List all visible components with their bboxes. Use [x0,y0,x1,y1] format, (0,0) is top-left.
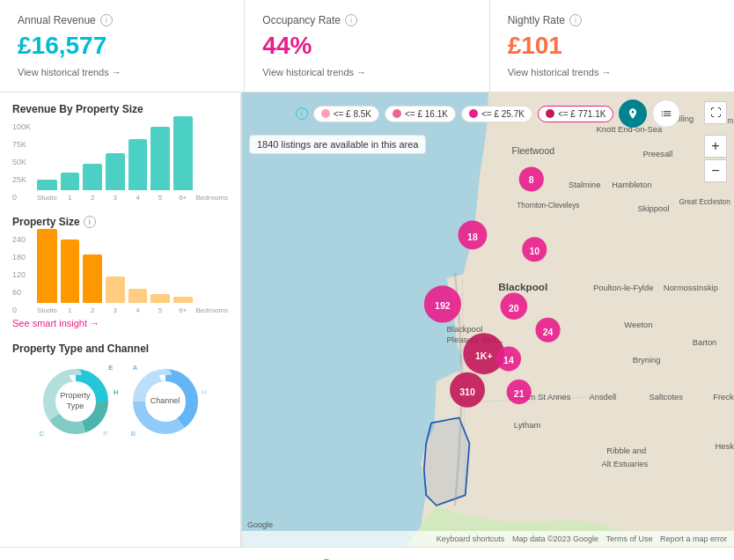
app-container: Annual Revenue i £16,577 View historical… [0,0,734,560]
svg-text:Ansdell: Ansdell [589,393,616,402]
svg-text:Poulton-le-Fylde: Poulton-le-Fylde [593,284,653,292]
see-insight-link[interactable]: See smart insight → [12,318,228,328]
zoom-out-button[interactable]: − [704,159,727,182]
bar-group-1: 1 [61,173,80,202]
svg-text:Hesketh Bank: Hesketh Bank [716,442,735,451]
keyboard-shortcuts[interactable]: Keyboard shortcuts [437,534,505,543]
download-button[interactable]: ⬇ DOWNLOAD [319,556,415,560]
svg-text:Barton: Barton [693,338,717,347]
bar-group-5: 5 [150,127,170,202]
bar-3 [106,153,125,190]
svg-text:Saltcotes: Saltcotes [649,393,683,402]
svg-text:Thornton-Cleveleys: Thornton-Cleveleys [517,202,579,210]
nightly-rate-card: Nightly Rate i £101 View historical tren… [490,0,734,92]
svg-text:21: 21 [514,388,525,399]
occupancy-rate-card: Occupancy Rate i 44% View historical tre… [245,0,489,92]
bar-group-3: 3 [106,153,125,202]
svg-text:Blackpool: Blackpool [498,281,547,292]
download-bar: ⬇ DOWNLOAD [0,547,734,560]
property-size-chart-area: 240 180 120 60 0 Studio 1 [12,235,228,314]
map-fullscreen: ⛶ [704,101,727,124]
svg-text:Bryning: Bryning [633,356,661,365]
nightly-rate-value: £101 [508,32,716,60]
property-type-channel-title: Property Type and Channel [12,343,228,355]
svg-text:1K+: 1K+ [475,350,493,361]
svg-text:Preesall: Preesall [642,150,672,158]
legend-pill-771k[interactable]: <= £ 771.1K [538,106,614,122]
svg-text:192: 192 [435,300,451,311]
ps-bar-4: 4 [128,289,148,314]
svg-text:Lytham: Lytham [514,421,541,430]
revenue-chart: Revenue By Property Size 100K 75K 50K 25… [12,103,228,202]
legend-pill-25k[interactable]: <= £ 25.7K [461,106,532,122]
listings-badge: 1840 listings are available in this area [249,135,426,154]
property-type-donut-container: Property Type E H C P [36,362,115,441]
occupancy-rate-info-icon[interactable]: i [345,14,357,26]
svg-text:Normoss: Normoss [664,284,697,292]
bar-group-2: 2 [83,164,102,202]
svg-text:Great Eccleston: Great Eccleston [679,198,730,206]
annual-revenue-card: Annual Revenue i £16,577 View historical… [0,0,245,92]
occupancy-rate-title: Occupancy Rate i [262,14,471,26]
terms-of-use[interactable]: Terms of Use [606,534,652,543]
svg-text:Weeton: Weeton [624,321,652,329]
svg-text:Fleetwood: Fleetwood [511,145,554,156]
channel-donut: Channel A B H [126,362,205,441]
revenue-chart-title: Revenue By Property Size [12,103,228,115]
property-size-title: Property Size i [12,216,228,228]
download-icon: ⬇ [319,556,334,560]
bar-5 [150,127,170,190]
svg-text:14: 14 [503,355,514,365]
svg-text:8: 8 [529,174,534,185]
annual-revenue-value: £16,577 [18,32,226,60]
svg-text:Hambleton: Hambleton [612,181,651,189]
nightly-rate-link[interactable]: View historical trends → [508,67,716,77]
donut-row: Property Type E H C P [12,362,228,441]
bar-group-6plus: 6+ [173,116,193,202]
svg-text:24: 24 [543,327,554,337]
occupancy-rate-link[interactable]: View historical trends → [262,67,471,77]
occupancy-rate-value: 44% [262,32,471,60]
map-footer: Keyboard shortcuts Map data ©2023 Google… [242,531,734,547]
svg-text:Freckleton: Freckleton [713,393,734,402]
zoom-in-button[interactable]: + [704,135,727,158]
report-map-error[interactable]: Report a map error [660,534,727,543]
svg-text:18: 18 [467,232,478,242]
revenue-chart-area: 100K 75K 50K 25K 0 Studio 1 [12,122,228,202]
svg-text:20: 20 [509,303,519,313]
channel-donut-container: Channel A B H [126,362,205,441]
annual-revenue-title: Annual Revenue i [18,14,226,26]
legend-pill-16k[interactable]: <= £ 16.1K [385,106,456,122]
map-pin-button[interactable] [619,99,647,128]
ps-bar-6plus: 6+ [173,297,193,314]
nightly-rate-info-icon[interactable]: i [569,14,582,26]
svg-text:310: 310 [459,387,475,397]
legend-pill-8k[interactable]: <= £ 8.5K [313,106,379,122]
main-content: Revenue By Property Size 100K 75K 50K 25… [0,92,734,547]
annual-revenue-link[interactable]: View historical trends → [18,67,226,77]
bar-6plus [173,116,193,190]
map-info-icon[interactable]: i [296,107,308,120]
bar-group-4: 4 [128,139,148,202]
map-list-button[interactable] [652,99,680,128]
fullscreen-button[interactable]: ⛶ [704,101,727,124]
ps-bar-2: 2 [83,254,102,314]
svg-text:Alt Estuaries: Alt Estuaries [602,460,649,468]
svg-text:Skippool: Skippool [638,204,670,213]
svg-text:10: 10 [529,246,539,256]
channel-donut-label: Channel [150,396,180,407]
revenue-y-axis: 100K 75K 50K 25K 0 [12,122,31,202]
property-size-y-axis: 240 180 120 60 0 [12,235,26,314]
map-svg: Knott End-on-Sea Preesall Pilling Winmar… [242,92,734,547]
bar-2 [83,164,102,190]
bar-group-studio: Studio [37,180,57,202]
ps-bar-1: 1 [61,239,80,314]
annual-revenue-info-icon[interactable]: i [100,14,113,26]
ps-bar-studio: Studio [37,229,57,314]
svg-text:Stalmine: Stalmine [569,181,600,189]
property-type-donut-label: Property Type [55,391,95,411]
ps-bar-3: 3 [106,276,125,314]
svg-text:Ribble and: Ribble and [606,446,646,455]
property-size-info-icon[interactable]: i [84,216,96,228]
svg-text:Blackpool: Blackpool [447,325,483,334]
